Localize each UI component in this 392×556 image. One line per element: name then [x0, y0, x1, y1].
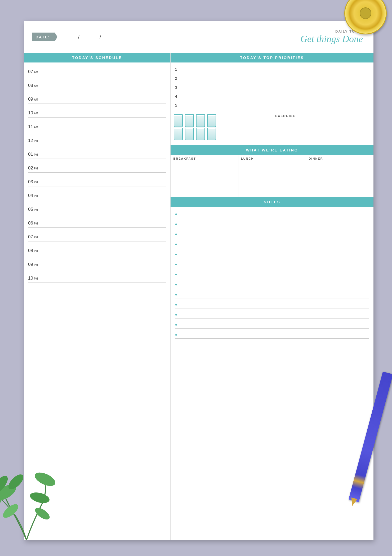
note-item[interactable]: ●	[175, 218, 369, 228]
time-slot[interactable]: 07 PM	[28, 228, 166, 241]
water-glass[interactable]	[174, 116, 183, 127]
date-day-field[interactable]	[82, 34, 97, 40]
time-label: 10 PM	[28, 276, 43, 282]
note-item[interactable]: ●	[175, 208, 369, 218]
time-label: 02 PM	[28, 165, 43, 172]
priority-item[interactable]: 3	[175, 82, 369, 91]
note-bullet: ●	[175, 252, 177, 257]
time-slot[interactable]: 10 PM	[28, 269, 166, 283]
meals-section: WHAT WE'RE EATING BREAKFASTLUNCHDINNER	[171, 145, 373, 197]
meal-label: LUNCH	[241, 157, 303, 160]
note-item[interactable]: ●	[175, 248, 369, 258]
note-item[interactable]: ●	[175, 329, 369, 339]
date-section: DATE: / /	[32, 26, 119, 47]
note-item[interactable]: ●	[175, 278, 369, 288]
priority-item[interactable]: 2	[175, 73, 369, 82]
note-item[interactable]: ●	[175, 228, 369, 238]
time-label: 06 PM	[28, 221, 43, 227]
svg-point-2	[33, 470, 57, 489]
planner-paper: DATE: / / DAILY TO DO Get things Done TO…	[24, 21, 373, 540]
time-label: 09 PM	[28, 262, 43, 268]
priorities-list: 12345	[171, 62, 373, 111]
priority-item[interactable]: 4	[175, 91, 369, 100]
note-item[interactable]: ●	[175, 298, 369, 308]
water-glass[interactable]	[196, 129, 205, 140]
meals-grid: BREAKFASTLUNCHDINNER	[171, 155, 373, 197]
date-slash-1: /	[78, 34, 80, 40]
note-bullet: ●	[175, 272, 177, 277]
note-item[interactable]: ●	[175, 258, 369, 268]
time-slot[interactable]: 11 AM	[28, 118, 166, 131]
time-slot[interactable]: 06 PM	[28, 214, 166, 228]
note-item[interactable]: ●	[175, 238, 369, 248]
note-bullet: ●	[175, 322, 177, 328]
meal-label: DINNER	[309, 157, 371, 160]
time-slot[interactable]: 08 PM	[28, 241, 166, 255]
exercise-section: EXERCISE	[272, 111, 373, 145]
note-bullet: ●	[175, 222, 177, 227]
meal-column[interactable]: LUNCH	[238, 155, 306, 197]
water-row-2	[174, 129, 216, 140]
time-label: 08 AM	[28, 83, 43, 89]
time-slot[interactable]: 05 PM	[28, 200, 166, 214]
time-slot[interactable]: 08 AM	[28, 76, 166, 90]
note-item[interactable]: ●	[175, 308, 369, 319]
water-glass[interactable]	[207, 129, 216, 140]
time-slot[interactable]: 02 PM	[28, 159, 166, 173]
water-glass[interactable]	[207, 116, 216, 127]
water-glass[interactable]	[185, 116, 194, 127]
notes-header: NOTES	[171, 197, 373, 207]
time-label: 07 PM	[28, 234, 43, 241]
date-fields: / /	[60, 34, 119, 40]
meal-column[interactable]: BREAKFAST	[171, 155, 238, 197]
time-slot[interactable]: 07 AM	[28, 62, 166, 76]
time-label: 04 PM	[28, 193, 43, 199]
time-slot[interactable]: 04 PM	[28, 186, 166, 200]
meal-column[interactable]: DINNER	[306, 155, 373, 197]
time-label: 11 AM	[28, 124, 43, 131]
water-section	[171, 111, 272, 145]
water-glass[interactable]	[185, 129, 194, 140]
note-item[interactable]: ●	[175, 319, 369, 329]
note-bullet: ●	[175, 292, 177, 297]
date-month-field[interactable]	[60, 34, 76, 40]
content-grid: TODAY'S SCHEDULE 07 AM 08 AM 09 AM 10 AM…	[24, 53, 373, 540]
schedule-header: TODAY'S SCHEDULE	[24, 53, 170, 62]
time-slot[interactable]: 10 AM	[28, 104, 166, 118]
note-bullet: ●	[175, 262, 177, 267]
meal-label: BREAKFAST	[173, 157, 235, 160]
note-bullet: ●	[175, 312, 177, 317]
note-bullet: ●	[175, 212, 177, 217]
priority-item[interactable]: 5	[175, 100, 369, 109]
time-slot[interactable]: 09 AM	[28, 90, 166, 104]
time-slot[interactable]: 01 PM	[28, 145, 166, 159]
note-item[interactable]: ●	[175, 268, 369, 278]
svg-point-4	[1, 502, 20, 520]
date-year-field[interactable]	[103, 34, 119, 40]
tagline: Get things Done	[300, 33, 363, 44]
notes-list: ●●●●●●●●●●●●●	[171, 207, 373, 540]
time-label: 12 PM	[28, 138, 43, 144]
svg-point-6	[33, 505, 52, 522]
water-exercise-section: EXERCISE	[171, 111, 373, 145]
water-glass[interactable]	[174, 129, 183, 140]
note-bullet: ●	[175, 242, 177, 247]
priorities-section: TODAY'S TOP PRIORITIES 12345	[171, 53, 373, 111]
time-slot[interactable]: 12 PM	[28, 131, 166, 145]
time-label: 01 PM	[28, 152, 43, 158]
exercise-label: EXERCISE	[275, 114, 370, 118]
time-label: 07 AM	[28, 69, 43, 75]
date-label: DATE:	[32, 33, 57, 41]
date-slash-2: /	[100, 34, 101, 40]
meals-header: WHAT WE'RE EATING	[171, 145, 373, 155]
time-label: 05 PM	[28, 207, 43, 213]
time-slot[interactable]: 03 PM	[28, 173, 166, 186]
priority-item[interactable]: 1	[175, 64, 369, 73]
note-bullet: ●	[175, 232, 177, 237]
time-slot[interactable]: 09 PM	[28, 255, 166, 269]
water-glass[interactable]	[196, 116, 205, 127]
time-label: 08 PM	[28, 248, 43, 254]
note-bullet: ●	[175, 282, 177, 287]
water-row-1	[174, 116, 216, 127]
note-item[interactable]: ●	[175, 288, 369, 298]
